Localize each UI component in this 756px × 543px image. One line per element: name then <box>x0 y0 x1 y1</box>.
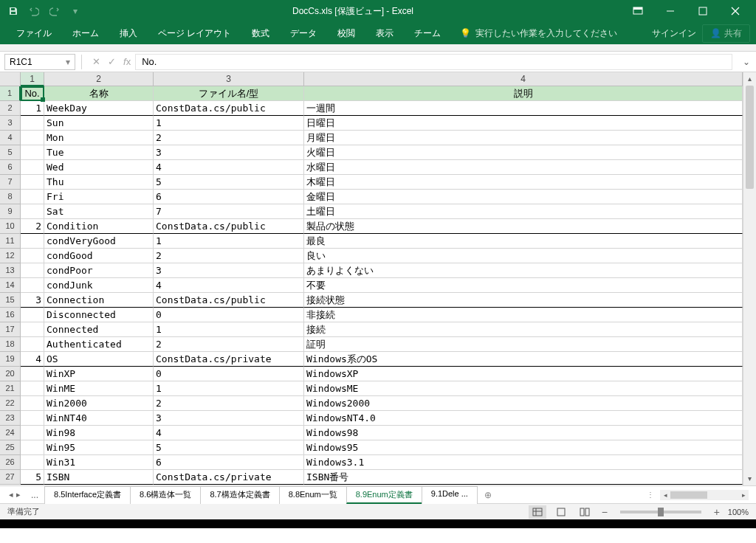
cancel-icon[interactable]: ✕ <box>92 56 100 67</box>
cell[interactable] <box>21 411 44 426</box>
row-header[interactable]: 5 <box>0 145 21 160</box>
cell[interactable] <box>21 204 44 219</box>
select-all-corner[interactable] <box>0 72 21 86</box>
sheet-tab[interactable]: 8.9Enum定義書 <box>346 486 422 504</box>
cell[interactable]: 1 <box>154 116 304 131</box>
cell[interactable]: 1 <box>154 322 304 337</box>
cell[interactable]: 2 <box>154 249 304 263</box>
row-header[interactable]: 25 <box>0 440 21 455</box>
cell[interactable]: 5 <box>154 440 304 455</box>
scroll-down-icon[interactable]: ▾ <box>743 472 756 485</box>
cell[interactable]: Win2000 <box>44 396 154 411</box>
header-cell[interactable]: 名称 <box>44 86 154 101</box>
cell[interactable]: 木曜日 <box>304 175 743 190</box>
cell[interactable] <box>21 337 44 352</box>
sheet-tab[interactable]: 8.8Enum一覧 <box>279 486 347 504</box>
cell[interactable]: Fri <box>44 190 154 204</box>
cell[interactable]: 土曜日 <box>304 204 743 219</box>
ribbon-tab[interactable]: ファイル <box>6 23 62 44</box>
cell[interactable]: Tue <box>44 145 154 160</box>
cell[interactable]: Sat <box>44 204 154 219</box>
cell[interactable]: 非接続 <box>304 308 743 322</box>
tell-me[interactable]: 💡 実行したい作業を入力してください <box>453 27 625 40</box>
cell[interactable]: WindowsXP <box>304 367 743 381</box>
vscroll-thumb[interactable] <box>746 86 754 189</box>
cell[interactable]: 2 <box>154 337 304 352</box>
cell[interactable]: Condition <box>44 219 154 234</box>
cell[interactable] <box>21 367 44 381</box>
row-header[interactable]: 20 <box>0 367 21 381</box>
view-normal-icon[interactable] <box>529 505 546 519</box>
hscroll-thumb[interactable] <box>670 491 707 499</box>
column-header[interactable]: 4 <box>304 72 743 86</box>
sheet-tab[interactable]: 8.5Interface定義書 <box>44 486 131 504</box>
cell[interactable]: 1 <box>21 101 44 116</box>
cell[interactable]: WinNT40 <box>44 411 154 426</box>
cell[interactable] <box>21 131 44 145</box>
row-header[interactable]: 2 <box>0 101 21 116</box>
header-cell[interactable]: No. <box>21 86 44 101</box>
cell[interactable]: 4 <box>154 160 304 175</box>
cell[interactable]: 一週間 <box>304 101 743 116</box>
row-header[interactable]: 3 <box>0 116 21 131</box>
cell[interactable]: Windows2000 <box>304 396 743 411</box>
cell[interactable]: condGood <box>44 249 154 263</box>
cell[interactable]: 0 <box>154 367 304 381</box>
signin-link[interactable]: サインイン <box>652 27 696 40</box>
cell[interactable]: ConstData.cs/public <box>154 293 304 308</box>
cell[interactable] <box>21 190 44 204</box>
cell[interactable]: 2 <box>154 131 304 145</box>
row-header[interactable]: 8 <box>0 190 21 204</box>
cell[interactable]: Mon <box>44 131 154 145</box>
qat-customize-icon[interactable]: ▾ <box>68 4 83 18</box>
row-header[interactable]: 17 <box>0 322 21 337</box>
scroll-up-icon[interactable]: ▴ <box>743 72 756 86</box>
row-header[interactable]: 13 <box>0 263 21 278</box>
horizontal-scrollbar[interactable]: ◂ ▸ <box>660 490 749 500</box>
cell[interactable] <box>21 116 44 131</box>
row-header[interactable]: 19 <box>0 352 21 367</box>
cell[interactable]: ConstData.cs/private <box>154 470 304 485</box>
column-header[interactable]: 2 <box>44 72 154 86</box>
undo-icon[interactable] <box>27 4 41 18</box>
cell[interactable] <box>21 322 44 337</box>
cell[interactable]: 火曜日 <box>304 145 743 160</box>
save-icon[interactable] <box>6 4 21 18</box>
cell[interactable]: WeekDay <box>44 101 154 116</box>
cell[interactable] <box>21 160 44 175</box>
cell[interactable]: 接続状態 <box>304 293 743 308</box>
view-page-break-icon[interactable] <box>576 505 594 519</box>
cell[interactable]: ConstData.cs/private <box>154 352 304 367</box>
header-cell[interactable]: 説明 <box>304 86 743 101</box>
ribbon-tab[interactable]: データ <box>280 23 327 44</box>
ribbon-tab[interactable]: 表示 <box>365 23 404 44</box>
cell[interactable]: condVeryGood <box>44 234 154 249</box>
row-header[interactable]: 1 <box>0 86 21 101</box>
cell[interactable]: Sun <box>44 116 154 131</box>
cell[interactable]: 証明 <box>304 337 743 352</box>
cell[interactable]: 6 <box>154 455 304 470</box>
cell[interactable]: ConstData.cs/public <box>154 101 304 116</box>
cell[interactable]: 日曜日 <box>304 116 743 131</box>
ribbon-tab[interactable]: チーム <box>404 23 451 44</box>
cell[interactable]: 2 <box>21 219 44 234</box>
cell[interactable]: Wed <box>44 160 154 175</box>
cell[interactable]: 良い <box>304 249 743 263</box>
cell[interactable] <box>21 278 44 293</box>
cell[interactable]: 1 <box>154 381 304 396</box>
cell[interactable]: 4 <box>21 352 44 367</box>
row-header[interactable]: 9 <box>0 204 21 219</box>
cell[interactable]: Connection <box>44 293 154 308</box>
cell[interactable]: 製品の状態 <box>304 219 743 234</box>
cell[interactable] <box>21 308 44 322</box>
expand-formula-icon[interactable]: ⌄ <box>740 57 753 67</box>
tab-split-icon[interactable]: ⋮ <box>644 491 657 499</box>
cell[interactable]: 4 <box>154 426 304 440</box>
share-button[interactable]: 👤 共有 <box>702 24 750 43</box>
zoom-slider[interactable] <box>620 511 701 513</box>
enter-icon[interactable]: ✓ <box>108 56 116 67</box>
cell[interactable]: condPoor <box>44 263 154 278</box>
cell[interactable]: WinME <box>44 381 154 396</box>
close-icon[interactable] <box>721 1 750 21</box>
ribbon-tab[interactable]: ページ レイアウト <box>148 23 241 44</box>
